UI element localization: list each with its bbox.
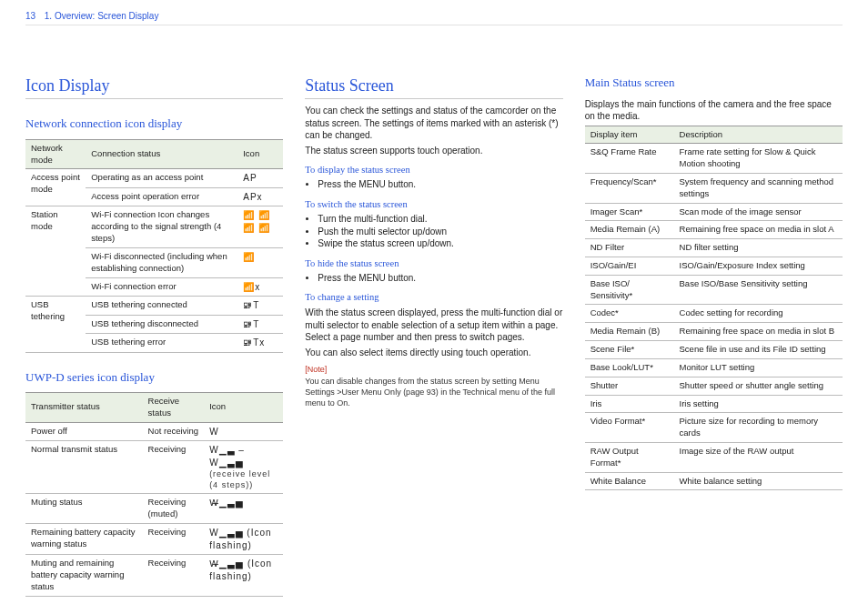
list-item: Press the MENU button.: [318, 178, 562, 191]
cell-icon: AP: [237, 169, 283, 188]
cell-item: Scene File*: [585, 341, 674, 359]
table-row: Muting statusReceiving (muted)W̶▁▃▅: [25, 494, 283, 524]
table-row: Frequency/Scan*System frequency and scan…: [585, 173, 843, 203]
column-status-screen: Status Screen You can check the settings…: [305, 75, 562, 597]
cell-icon: 🖳Tx: [237, 334, 283, 353]
cell-status: Wi-Fi connection Icon changes according …: [86, 206, 237, 247]
list-item: Turn the multi-function dial.: [318, 213, 562, 226]
cell-item: Video Format*: [585, 413, 674, 443]
h3-switch-status: To switch the status screen: [305, 198, 562, 211]
list-item: Push the multi selector up/down: [318, 226, 562, 238]
cell-desc: Base ISO/Base Sensitivity setting: [674, 275, 843, 305]
cell-item: Base ISO/ Sensitivity*: [585, 275, 674, 305]
cell-icon: 📶x: [237, 277, 283, 297]
h2-uwpd-icon: UWP-D series icon display: [25, 369, 283, 386]
cell-icon: 🖳T: [237, 315, 283, 334]
th: Transmitter status: [25, 393, 143, 423]
table-row: S&Q Frame RateFrame rate setting for Slo…: [585, 144, 843, 174]
table-row: ISO/Gain/EIISO/Gain/Exposure Index setti…: [585, 257, 843, 276]
cell-status: USB tethering error: [86, 334, 237, 353]
cell-tx: Normal transmit status: [25, 441, 143, 494]
list-item: Press the MENU button.: [318, 272, 562, 285]
breadcrumb-text: 1. Overview: Screen Display: [45, 11, 159, 21]
cell-mode: USB tethering: [25, 297, 86, 353]
cell-mode: Station mode: [25, 206, 86, 297]
cell-desc: Monitor LUT setting: [674, 358, 843, 377]
cell-tx: Muting and remaining battery capacity wa…: [25, 555, 143, 596]
table-row: USB tetheringUSB tethering connected🖳T: [25, 297, 283, 316]
th: Display item: [585, 126, 674, 144]
cell-icon: 📶 📶 📶 📶: [237, 206, 283, 247]
table-row: Access point modeOperating as an access …: [25, 169, 283, 188]
intro-text: Displays the main functions of the camer…: [585, 98, 843, 123]
table-row: Scene File*Scene file in use and its Fil…: [585, 341, 843, 359]
cell-desc: Scan mode of the image sensor: [674, 203, 843, 221]
cell-desc: Remaining free space on media in slot A: [674, 221, 843, 239]
h1-icon-display: Icon Display: [25, 75, 283, 99]
cell-status: Wi-Fi connection error: [86, 277, 237, 297]
cell-status: Operating as an access point: [86, 169, 237, 188]
table-row: Video Format*Picture size for recording …: [585, 413, 843, 443]
cell-item: Imager Scan*: [585, 203, 674, 221]
cell-icon: 🖳T: [237, 297, 283, 316]
table-row: Media Remain (B)Remaining free space on …: [585, 323, 843, 341]
cell-icon: 📶: [237, 247, 283, 277]
cell-icon: W: [204, 422, 283, 441]
cell-desc: Shutter speed or shutter angle setting: [674, 377, 843, 395]
intro-text: You can check the settings and status of…: [305, 105, 562, 142]
cell-desc: Remaining free space on media in slot B: [674, 323, 843, 341]
cell-desc: ND filter setting: [674, 239, 843, 257]
table-row: Base Look/LUT*Monitor LUT setting: [585, 358, 843, 377]
column-main-status: Main Status screen Displays the main fun…: [585, 75, 843, 597]
cell-desc: Iris setting: [674, 395, 843, 413]
table-row: ND FilterND filter setting: [585, 239, 843, 257]
cell-status: USB tethering connected: [86, 297, 237, 316]
cell-status: Wi-Fi disconnected (including when estab…: [86, 247, 237, 277]
breadcrumb: 13 1. Overview: Screen Display: [25, 11, 843, 25]
h2-main-status: Main Status screen: [585, 75, 843, 91]
table-row: IrisIris setting: [585, 395, 843, 413]
cell-desc: Scene file in use and its File ID settin…: [674, 341, 843, 359]
cell-status: USB tethering disconnected: [86, 315, 237, 334]
table-row: Imager Scan*Scan mode of the image senso…: [585, 203, 843, 221]
cell-desc: ISO/Gain/Exposure Index setting: [674, 257, 843, 276]
note-label: [Note]: [305, 364, 562, 375]
body-text: With the status screen displayed, press …: [305, 307, 562, 344]
cell-mode: Access point mode: [25, 169, 86, 206]
h3-display-status: To display the status screen: [305, 164, 562, 176]
cell-tx: Muting status: [25, 494, 143, 524]
column-icon-display: Icon Display Network connection icon dis…: [25, 75, 283, 597]
table-uwpd-icon: Transmitter status Receive status Icon P…: [25, 392, 283, 596]
cell-desc: System frequency and scanning method set…: [674, 173, 843, 203]
th: Receive status: [143, 393, 205, 423]
cell-item: Iris: [585, 395, 674, 413]
th: Icon: [204, 393, 283, 423]
cell-desc: Codec setting for recording: [674, 305, 843, 323]
table-row: Base ISO/ Sensitivity*Base ISO/Base Sens…: [585, 275, 843, 305]
th: Icon: [237, 139, 283, 169]
cell-rx: Receiving: [143, 441, 205, 494]
intro-text: The status screen supports touch operati…: [305, 145, 562, 157]
table-row: Codec*Codec setting for recording: [585, 305, 843, 323]
cell-item: S&Q Frame Rate: [585, 144, 674, 174]
cell-icon: W▁▃ – W▁▃▅(receive level (4 steps)): [204, 441, 283, 494]
list-item: Swipe the status screen up/down.: [318, 237, 562, 250]
cell-desc: White balance setting: [674, 472, 843, 490]
cell-desc: Image size of the RAW output: [674, 442, 843, 472]
cell-item: Media Remain (B): [585, 323, 674, 341]
th: Network mode: [25, 139, 86, 169]
table-row: Remaining battery capacity warning statu…: [25, 524, 283, 555]
table-row: Muting and remaining battery capacity wa…: [25, 555, 283, 596]
cell-icon: W▁▃▅ (Icon flashing): [204, 524, 283, 555]
cell-desc: Frame rate setting for Slow & Quick Moti…: [674, 144, 843, 174]
table-network-icon: Network mode Connection status Icon Acce…: [25, 139, 283, 353]
list: Press the MENU button.: [305, 178, 562, 191]
list: Turn the multi-function dial. Push the m…: [305, 213, 562, 250]
table-row: RAW Output Format*Image size of the RAW …: [585, 442, 843, 472]
cell-item: ISO/Gain/EI: [585, 257, 674, 276]
note-text: You can disable changes from the status …: [305, 376, 562, 408]
cell-item: White Balance: [585, 472, 674, 490]
cell-item: Shutter: [585, 377, 674, 395]
table-row: ShutterShutter speed or shutter angle se…: [585, 377, 843, 395]
cell-icon: APx: [237, 187, 283, 206]
